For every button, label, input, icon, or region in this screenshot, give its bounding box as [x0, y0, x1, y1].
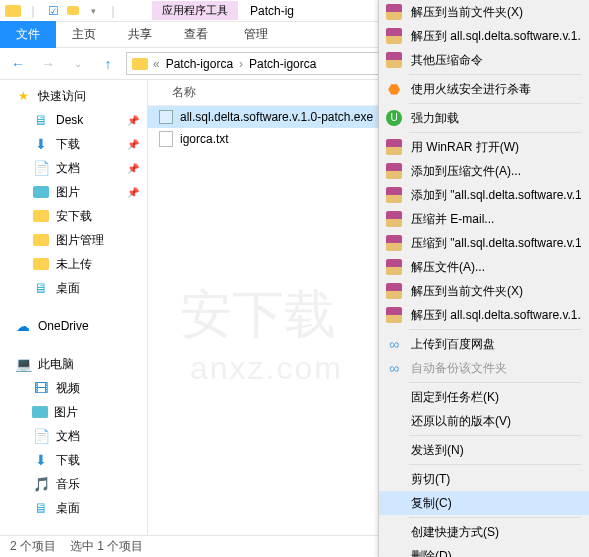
- sidebar-item[interactable]: 🎞视频: [0, 376, 147, 400]
- sidebar-item[interactable]: 未上传: [0, 252, 147, 276]
- sidebar-item[interactable]: 📄文档📌: [0, 156, 147, 180]
- tab-share[interactable]: 共享: [112, 21, 168, 48]
- sidebar-item[interactable]: ⬇下载📌: [0, 132, 147, 156]
- pin-icon: 📌: [127, 187, 139, 198]
- down-icon: ⬇: [32, 135, 50, 153]
- menu-item[interactable]: 解压到当前文件夹(X): [379, 0, 589, 24]
- menu-item[interactable]: 剪切(T): [379, 467, 589, 491]
- menu-item[interactable]: 压缩并 E-mail...: [379, 207, 589, 231]
- menu-item[interactable]: ⬣使用火绒安全进行杀毒: [379, 77, 589, 101]
- breadcrumb-item[interactable]: Patch-igorca: [164, 57, 235, 71]
- menu-item-label: 解压到当前文件夹(X): [411, 283, 581, 300]
- sidebar-item-label: 视频: [56, 380, 80, 397]
- pin-icon: 📌: [127, 139, 139, 150]
- menu-item[interactable]: U强力卸载: [379, 106, 589, 130]
- contextual-tab[interactable]: 应用程序工具: [152, 1, 238, 20]
- sidebar-item[interactable]: 📄文档: [0, 424, 147, 448]
- sidebar-item[interactable]: 🎵音乐: [0, 472, 147, 496]
- status-bar: 2 个项目 选中 1 个项目: [0, 535, 378, 557]
- menu-separator: [409, 464, 581, 465]
- sidebar-item-label: 桌面: [56, 500, 80, 517]
- menu-item[interactable]: 发送到(N): [379, 438, 589, 462]
- menu-item-label: 解压到 all.sql.delta.software.v.1.0: [411, 28, 581, 45]
- pc-icon: 💻: [14, 355, 32, 373]
- rar-icon: [385, 51, 403, 69]
- menu-item: ∞自动备份该文件夹: [379, 356, 589, 380]
- sidebar-item-label: 文档: [56, 428, 80, 445]
- chevron-icon: «: [153, 57, 160, 71]
- sidebar-item[interactable]: 🖥桌面: [0, 276, 147, 300]
- menu-item-label: 使用火绒安全进行杀毒: [411, 81, 581, 98]
- folder-icon: [131, 55, 149, 73]
- sidebar-item-label: 下载: [56, 136, 80, 153]
- menu-item-label: 其他压缩命令: [411, 52, 581, 69]
- tab-file[interactable]: 文件: [0, 21, 56, 48]
- menu-item-label: 解压到 all.sql.delta.software.v.1.0: [411, 307, 581, 324]
- folder-icon: [32, 207, 50, 225]
- sidebar-quick-access[interactable]: ★ 快速访问: [0, 84, 147, 108]
- menu-item-label: 添加到 "all.sql.delta.software.v.1.: [411, 187, 581, 204]
- menu-item-label: 删除(D): [411, 548, 581, 558]
- sidebar-label: OneDrive: [38, 319, 89, 333]
- menu-item[interactable]: 删除(D): [379, 544, 589, 557]
- sidebar-item-label: 文档: [56, 160, 80, 177]
- folder-small-icon[interactable]: [64, 2, 82, 20]
- rar-icon: [385, 138, 403, 156]
- sidebar-item[interactable]: 图片📌: [0, 180, 147, 204]
- menu-item[interactable]: 还原以前的版本(V): [379, 409, 589, 433]
- star-icon: ★: [14, 87, 32, 105]
- menu-item-label: 压缩并 E-mail...: [411, 211, 581, 228]
- tab-view[interactable]: 查看: [168, 21, 224, 48]
- blank-icon: [385, 547, 403, 557]
- menu-item[interactable]: 其他压缩命令: [379, 48, 589, 72]
- rar-icon: [385, 3, 403, 21]
- sidebar: ★ 快速访问 🖥Desk📌⬇下载📌📄文档📌图片📌安下载图片管理未上传🖥桌面 ☁ …: [0, 80, 148, 537]
- menu-item[interactable]: 解压文件(A)...: [379, 255, 589, 279]
- menu-item[interactable]: 添加到 "all.sql.delta.software.v.1.: [379, 183, 589, 207]
- menu-item[interactable]: ∞上传到百度网盘: [379, 332, 589, 356]
- menu-item[interactable]: 压缩到 "all.sql.delta.software.v.1.: [379, 231, 589, 255]
- sidebar-item[interactable]: 图片: [0, 400, 147, 424]
- exe-icon: [158, 109, 174, 125]
- rar-icon: [385, 234, 403, 252]
- dropdown-icon[interactable]: ▾: [84, 2, 102, 20]
- shield-icon: ⬣: [385, 80, 403, 98]
- tab-home[interactable]: 主页: [56, 21, 112, 48]
- sidebar-thispc[interactable]: 💻 此电脑: [0, 352, 147, 376]
- menu-item[interactable]: 用 WinRAR 打开(W): [379, 135, 589, 159]
- check-icon[interactable]: ☑: [44, 2, 62, 20]
- sidebar-label: 快速访问: [38, 88, 86, 105]
- sidebar-item[interactable]: 安下载: [0, 204, 147, 228]
- menu-item[interactable]: 解压到 all.sql.delta.software.v.1.0: [379, 24, 589, 48]
- menu-item[interactable]: 解压到当前文件夹(X): [379, 279, 589, 303]
- sidebar-label: 此电脑: [38, 356, 74, 373]
- menu-item[interactable]: 固定到任务栏(K): [379, 385, 589, 409]
- sidebar-item[interactable]: 图片管理: [0, 228, 147, 252]
- menu-item[interactable]: 创建快捷方式(S): [379, 520, 589, 544]
- menu-item-label: 还原以前的版本(V): [411, 413, 581, 430]
- sidebar-item[interactable]: 🖥Desk📌: [0, 108, 147, 132]
- sidebar-item-label: 音乐: [56, 476, 80, 493]
- breadcrumb-item[interactable]: Patch-igorca: [247, 57, 318, 71]
- up-button[interactable]: ↑: [96, 52, 120, 76]
- blank-icon: [385, 441, 403, 459]
- forward-button[interactable]: →: [36, 52, 60, 76]
- desk-icon: 🖥: [32, 499, 50, 517]
- menu-separator: [409, 103, 581, 104]
- sidebar-item[interactable]: ⬇下载: [0, 448, 147, 472]
- tab-manage[interactable]: 管理: [228, 21, 284, 48]
- folder-icon: [4, 2, 22, 20]
- menu-item[interactable]: 添加到压缩文件(A)...: [379, 159, 589, 183]
- recent-dropdown[interactable]: ⌄: [66, 52, 90, 76]
- menu-separator: [409, 74, 581, 75]
- window-title: Patch-ig: [242, 2, 302, 20]
- menu-item-label: 剪切(T): [411, 471, 581, 488]
- back-button[interactable]: ←: [6, 52, 30, 76]
- menu-item-label: 压缩到 "all.sql.delta.software.v.1.: [411, 235, 581, 252]
- sidebar-onedrive[interactable]: ☁ OneDrive: [0, 314, 147, 338]
- sidebar-item[interactable]: 🖥桌面: [0, 496, 147, 520]
- sidebar-item-label: Desk: [56, 113, 83, 127]
- menu-item[interactable]: 解压到 all.sql.delta.software.v.1.0: [379, 303, 589, 327]
- menu-separator: [409, 329, 581, 330]
- menu-item[interactable]: 复制(C): [379, 491, 589, 515]
